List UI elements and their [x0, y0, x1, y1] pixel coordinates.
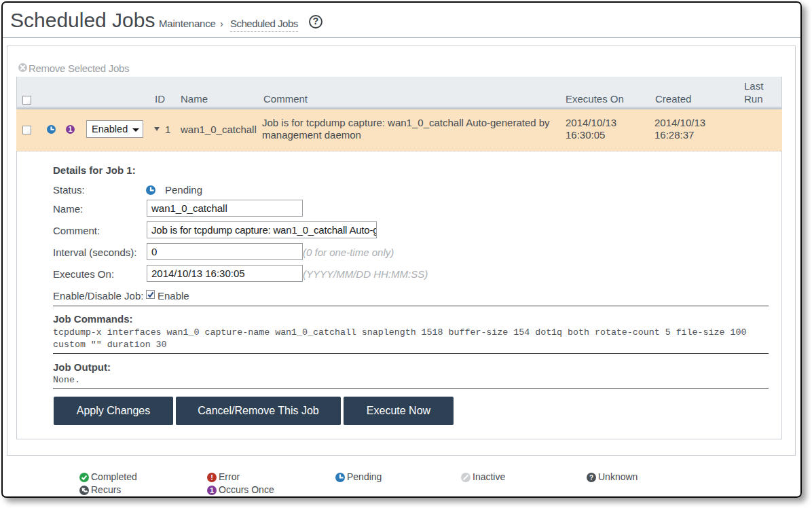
- svg-text:?: ?: [589, 474, 593, 482]
- svg-text:1: 1: [210, 486, 214, 494]
- svg-text:1: 1: [69, 126, 73, 133]
- svg-text:!: !: [210, 473, 213, 482]
